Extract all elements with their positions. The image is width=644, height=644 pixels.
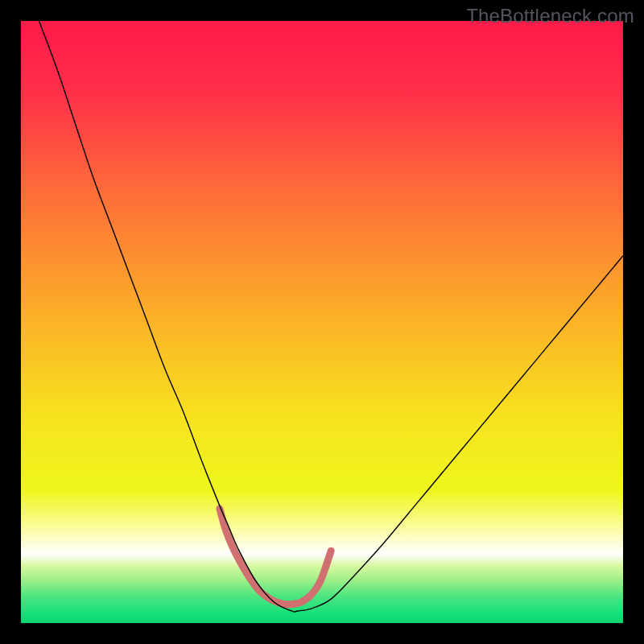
highlight-band xyxy=(220,509,331,605)
bottleneck-curve xyxy=(39,21,623,612)
curve-layer xyxy=(21,21,623,623)
chart-container: TheBottleneck.com xyxy=(0,0,644,644)
watermark-text: TheBottleneck.com xyxy=(466,5,634,27)
plot-area xyxy=(21,21,623,623)
